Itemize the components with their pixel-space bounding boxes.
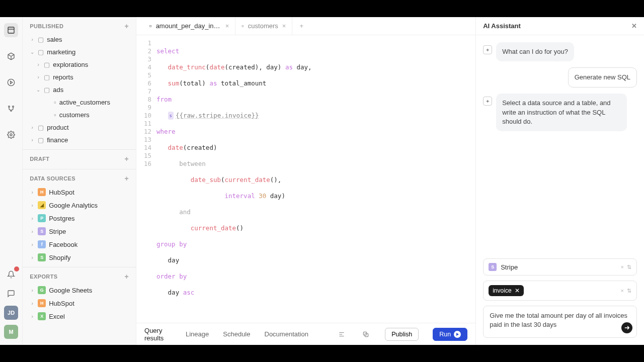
send-button[interactable]: ➜: [621, 322, 632, 333]
folder-icon: ▢: [38, 124, 44, 131]
file-label: active_customers: [59, 99, 110, 106]
datasource-select[interactable]: S Stripe ×⇅: [483, 258, 637, 276]
prompt-text: Give me the total amount per day of all …: [490, 312, 627, 328]
play-icon: [454, 331, 461, 338]
add-draft-icon[interactable]: +: [124, 155, 129, 163]
ds-stripe[interactable]: ›SStripe: [26, 225, 133, 238]
chevron-right-icon: ›: [30, 137, 35, 143]
tab-label: amount_per_day_invoic...: [156, 22, 221, 30]
postgres-icon: P: [38, 214, 46, 222]
notifications-icon[interactable]: [4, 267, 18, 282]
close-assistant-icon[interactable]: ✕: [631, 22, 637, 30]
folder-marketing[interactable]: ⌄ ▢ marketing: [26, 46, 133, 58]
folder-label: product: [47, 124, 68, 131]
table-chip[interactable]: invoice ✕: [489, 285, 523, 296]
ds-label: HubSpot: [49, 189, 74, 196]
hubspot-icon: H: [38, 188, 46, 196]
file-customers[interactable]: ▫ customers: [26, 109, 133, 121]
ds-hubspot[interactable]: ›HHubSpot: [26, 186, 133, 199]
avatar-m[interactable]: M: [4, 325, 18, 339]
close-tab-icon[interactable]: ×: [225, 22, 229, 30]
add-published-icon[interactable]: +: [124, 22, 129, 30]
clear-icon[interactable]: ×: [621, 288, 624, 294]
folder-ads[interactable]: ⌄ ▢ ads: [26, 83, 133, 96]
section-exports-label: EXPORTS: [30, 274, 57, 280]
code-editor[interactable]: 1234 5678 9101112 13141516 select date_t…: [136, 35, 475, 323]
run-label: Run: [439, 331, 451, 338]
folder-label: ads: [53, 86, 63, 94]
updown-icon[interactable]: ⇅: [627, 288, 631, 294]
table-select[interactable]: invoice ✕ ×⇅: [483, 281, 637, 301]
ds-shopify[interactable]: ›SShopify: [26, 251, 133, 264]
hubspot-icon: H: [38, 299, 46, 307]
nav-explorer-icon[interactable]: [4, 23, 18, 37]
add-tab-icon[interactable]: +: [292, 17, 310, 35]
folder-label: reports: [53, 73, 73, 81]
updown-icon[interactable]: ⇅: [627, 264, 631, 270]
folder-reports[interactable]: › ▢ reports: [26, 71, 133, 83]
ds-label: Google Analytics: [49, 202, 98, 209]
excel-icon: X: [38, 312, 46, 320]
code-content[interactable]: select date_trunc(date(created), day) as…: [156, 39, 475, 323]
svg-point-3: [13, 106, 14, 108]
chevron-right-icon: ›: [30, 37, 35, 42]
folder-icon: ▢: [44, 73, 50, 81]
export-excel[interactable]: ›XExcel: [26, 310, 133, 323]
export-hubspot[interactable]: ›HHubSpot: [26, 297, 133, 310]
chip-label: invoice: [493, 287, 511, 294]
nav-cube-icon[interactable]: [4, 49, 18, 63]
ds-label: Stripe: [49, 228, 66, 235]
tab-schedule[interactable]: Schedule: [223, 330, 250, 338]
line-gutter: 1234 5678 9101112 13141516: [136, 39, 156, 323]
folder-label: explorations: [53, 61, 88, 68]
shopify-icon: S: [38, 253, 46, 261]
file-active-customers[interactable]: ▫ active_customers: [26, 96, 133, 109]
folder-finance[interactable]: › ▢ finance: [26, 134, 133, 146]
bot-icon: ✦: [483, 45, 492, 54]
folder-explorations[interactable]: › ▢ explorations: [26, 58, 133, 71]
generate-sql-button[interactable]: Generate new SQL: [568, 67, 637, 87]
tab-lineage[interactable]: Lineage: [186, 330, 209, 338]
nav-rail: JD M: [0, 17, 23, 345]
remove-chip-icon[interactable]: ✕: [515, 287, 520, 294]
clear-icon[interactable]: ×: [621, 264, 624, 270]
export-sheets[interactable]: ›GGoogle Sheets: [26, 284, 133, 297]
ds-ga[interactable]: ›◢Google Analytics: [26, 199, 133, 212]
nav-branches-icon[interactable]: [4, 102, 18, 116]
avatar-jd[interactable]: JD: [4, 306, 18, 320]
run-button[interactable]: Run: [433, 328, 467, 341]
file-icon: ▫: [54, 99, 56, 106]
chevron-down-icon: ⌄: [30, 49, 35, 55]
prompt-textarea[interactable]: Give me the total amount per day of all …: [483, 306, 637, 338]
tab-label: customers: [248, 22, 278, 30]
stripe-icon: S: [38, 227, 46, 235]
editor-tabs: ▫ amount_per_day_invoic... × ▫ customers…: [136, 17, 475, 35]
folder-label: marketing: [47, 48, 75, 56]
file-icon: ▫: [149, 22, 152, 30]
publish-button[interactable]: Publish: [385, 328, 419, 341]
nav-settings-icon[interactable]: [4, 128, 18, 142]
copy-icon[interactable]: [361, 327, 371, 341]
tab-customers[interactable]: ▫ customers ×: [235, 17, 292, 35]
folder-product[interactable]: › ▢ product: [26, 121, 133, 134]
ds-facebook[interactable]: ›fFacebook: [26, 238, 133, 251]
close-tab-icon[interactable]: ×: [282, 22, 286, 30]
format-icon[interactable]: [337, 327, 347, 341]
ds-label: Postgres: [49, 215, 74, 222]
add-export-icon[interactable]: +: [124, 273, 129, 281]
ds-postgres[interactable]: ›PPostgres: [26, 212, 133, 225]
svg-point-4: [11, 110, 12, 112]
ai-assistant-panel: AI Assistant ✕ ✦ What can I do for you? …: [476, 17, 644, 345]
ds-label: Facebook: [49, 241, 77, 248]
tab-query-results[interactable]: Query results: [144, 327, 172, 342]
folder-label: finance: [47, 136, 68, 144]
add-datasource-icon[interactable]: +: [124, 174, 129, 183]
tab-amount-per-day[interactable]: ▫ amount_per_day_invoic... ×: [143, 17, 235, 35]
chat-icon[interactable]: [4, 287, 18, 301]
nav-play-icon[interactable]: [4, 75, 18, 89]
folder-sales[interactable]: › ▢ sales: [26, 33, 133, 46]
file-icon: ▫: [54, 111, 56, 119]
chevron-right-icon: ›: [30, 125, 35, 130]
folder-icon: ▢: [38, 36, 44, 43]
tab-documentation[interactable]: Documentation: [265, 330, 308, 338]
